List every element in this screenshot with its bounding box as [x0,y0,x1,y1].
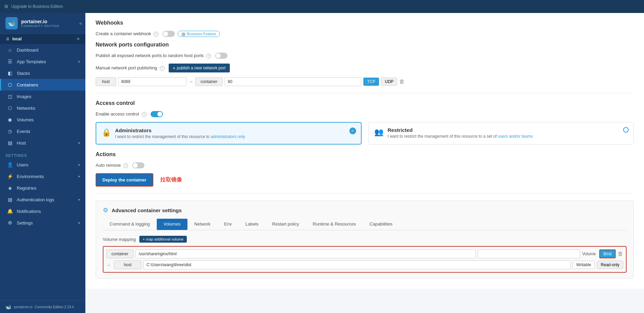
sidebar-collapse-btn[interactable]: « [79,21,82,26]
sidebar-label-auth-logs: Authentication logs [17,197,78,202]
main-content: Webhooks Create a container webhook ? 🏢 … [85,13,644,313]
vol-container-label [106,249,134,258]
publish-all-toggle[interactable] [215,53,227,59]
sidebar-item-events[interactable]: ◷ Events [0,125,85,137]
sidebar-item-volumes[interactable]: ◉ Volumes [0,114,85,125]
plus-icon: + [173,65,176,71]
map-additional-volume-btn[interactable]: + map additional volume [139,236,187,243]
sidebar-item-dashboard[interactable]: ⌂ Dashboard [0,44,85,56]
publish-all-text: Publish all exposed network ports to ran… [96,53,204,58]
env-header: 🖥 local ✕ [0,34,85,44]
business-feature-badge: 🏢 Business Feature [178,31,220,37]
vol-container-path[interactable] [136,249,476,258]
container-port-input[interactable] [225,77,361,86]
advanced-header: ⚙ Advanced container settings [103,206,627,214]
sidebar-item-containers[interactable]: ⬡ Containers [0,79,85,91]
webhook-help-icon[interactable]: ? [154,32,158,37]
sidebar-item-auth-logs[interactable]: ▤ Authentication logs ▾ [0,194,85,205]
port-mapping-row: → TCP UDP 🗑 [96,77,634,86]
host-icon: ▤ [6,140,13,146]
publish-all-label: Publish all exposed network ports to ran… [96,53,211,58]
admin-card-desc: I want to restrict the management of thi… [115,134,245,139]
tcp-btn[interactable]: TCP [363,78,379,86]
auto-remove-help-icon[interactable]: ? [123,163,128,168]
home-icon: ⌂ [6,47,13,53]
chevron-settings-icon: ▾ [78,221,80,225]
host-port-input[interactable] [118,77,186,86]
access-control-title: Access control [96,100,634,106]
sidebar-item-notifications[interactable]: 🔔 Notifications [0,205,85,217]
tab-volumes[interactable]: Volumes [157,219,187,230]
divider-1 [96,93,634,93]
sidebar-label-events: Events [17,129,80,134]
actions-section: Actions Auto remove ? Deploy the contain… [96,151,634,187]
chevron-env-icon: ▾ [78,175,80,178]
chevron-down-icon: ▾ [78,60,80,64]
sidebar-item-environments[interactable]: ⚡ Environments ▾ [0,171,85,182]
volume-table: Volume Bind 🗑 → Writable Read-only [103,246,627,273]
tab-network[interactable]: Network [187,219,218,230]
users-icon: 👤 [6,162,13,167]
access-control-toggle[interactable] [151,111,163,117]
sidebar-item-users[interactable]: 👤 Users ▾ [0,159,85,171]
access-card-administrators[interactable]: 🔒 Administrators I want to restrict the … [96,122,362,145]
networks-icon: ⬡ [6,105,13,111]
admin-card-title: Administrators [115,127,245,133]
access-cards-container: 🔒 Administrators I want to restrict the … [96,122,634,145]
tab-restart-policy[interactable]: Restart policy [265,219,306,230]
readonly-btn[interactable]: Read-only [597,261,623,269]
delete-vol-row-btn[interactable]: 🗑 [618,251,623,257]
tab-env[interactable]: Env [217,219,238,230]
vol-row-host: → Writable Read-only [106,260,623,269]
tab-labels[interactable]: Labels [239,219,265,230]
upgrade-banner[interactable]: ⚙ Upgrade to Business Edition [0,0,644,13]
arrow-icon: → [188,79,193,84]
webhook-toggle[interactable] [163,31,175,37]
tab-command-logging[interactable]: Command & logging [103,219,157,230]
settings-section-label: Settings [0,149,85,159]
enable-ac-help-icon[interactable]: ? [142,112,146,117]
restricted-radio[interactable] [623,127,629,133]
bind-btn[interactable]: Bind [599,249,616,258]
sidebar-label-networks: Networks [17,106,80,111]
settings-icon: ⚙ [6,220,13,226]
udp-btn[interactable]: UDP [381,78,397,86]
host-label-input [96,77,116,86]
sidebar-item-networks[interactable]: ⬡ Networks [0,102,85,114]
sidebar-item-settings[interactable]: ⚙ Settings ▾ [0,217,85,229]
admin-check-badge: ✓ [349,127,356,134]
delete-port-btn[interactable]: 🗑 [399,79,405,85]
map-vol-btn-label: + map additional volume [143,237,184,241]
sidebar-label-users: Users [17,162,78,167]
sidebar-label-environments: Environments [17,174,78,179]
writable-btn[interactable]: Writable [573,261,595,269]
volume-map-title: Volume mapping [103,237,136,242]
network-ports-title: Network ports configuration [96,42,634,48]
manual-port-help-icon[interactable]: ? [160,66,165,71]
sidebar-item-stacks[interactable]: ◧ Stacks [0,67,85,79]
vol-container-host-path[interactable] [478,249,580,258]
sidebar-item-images[interactable]: ◫ Images [0,91,85,102]
auto-remove-toggle[interactable] [132,162,144,168]
deploy-container-btn[interactable]: Deploy the container [96,173,153,187]
logo-name: portainer.io [21,19,59,25]
publish-new-port-btn[interactable]: + publish a new network port [169,64,230,72]
restricted-card-desc: I want to restrict the management of thi… [388,134,533,139]
sidebar-item-registries[interactable]: ◈ Registries [0,182,85,194]
auto-remove-label: Auto remove ? [96,163,128,168]
sidebar-item-host[interactable]: ▤ Host ▾ [0,137,85,149]
containers-icon: ⬡ [6,82,13,87]
access-card-restricted[interactable]: 👥 Restricted I want to restrict the mana… [368,122,634,145]
events-icon: ◷ [6,128,13,134]
sidebar-item-app-templates[interactable]: ☰ App Templates ▾ [0,56,85,67]
deploy-hint: 拉取镜像 [160,176,182,183]
notifications-icon: 🔔 [6,208,13,214]
tab-capabilities[interactable]: Capabilities [363,219,399,230]
env-close-btn[interactable]: ✕ [76,37,80,41]
vol-host-path[interactable] [143,260,571,269]
tab-runtime-resources[interactable]: Runtime & Resources [306,219,363,230]
sidebar-footer: 🐋 portainer.io Community Edition 2.19.4 [0,300,85,313]
publish-all-help-icon[interactable]: ? [206,54,211,58]
volume-label: Volume [582,251,596,256]
logo-edition: COMMUNITY EDITION [21,24,59,28]
